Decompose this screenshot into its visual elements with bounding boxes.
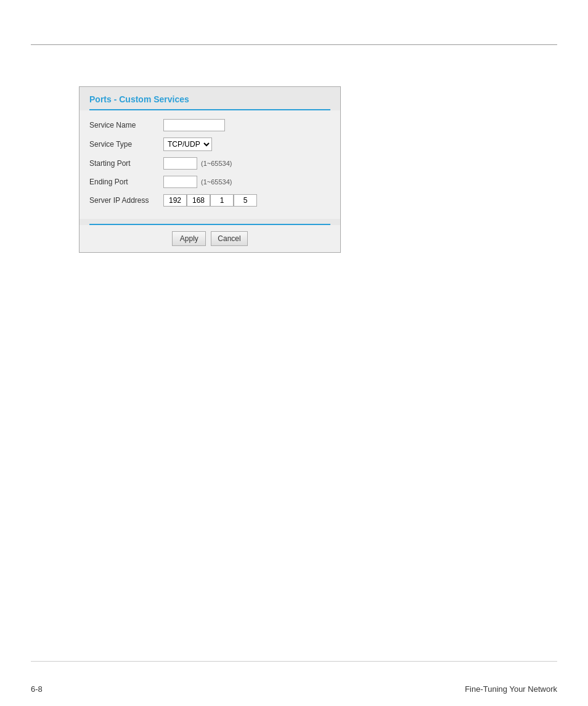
service-type-select[interactable]: TCP/UDP TCP UDP [163,138,212,151]
server-ip-row: Server IP Address [89,194,330,207]
ending-port-input[interactable] [163,176,197,188]
footer-right: Fine-Tuning Your Network [465,684,557,694]
starting-port-hint: (1~65534) [201,160,232,167]
dialog-container: Ports - Custom Services Service Name Ser… [79,86,341,253]
dialog-title: Ports - Custom Services [80,87,340,109]
dialog-footer: Apply Cancel [80,225,340,252]
service-type-row: Service Type TCP/UDP TCP UDP [89,138,330,151]
starting-port-label: Starting Port [89,159,163,168]
service-name-label: Service Name [89,121,163,129]
dialog-body: Service Name Service Type TCP/UDP TCP UD… [80,110,340,219]
server-ip-label: Server IP Address [89,196,163,205]
apply-button[interactable]: Apply [172,231,206,246]
server-ip-octet1[interactable] [163,194,187,207]
server-ip-octet2[interactable] [187,194,210,207]
starting-port-input[interactable] [163,157,197,170]
top-divider [31,44,557,45]
server-ip-octet4[interactable] [234,194,257,207]
cancel-button[interactable]: Cancel [211,231,247,246]
bottom-divider [31,661,557,662]
ending-port-hint: (1~65534) [201,178,232,186]
ending-port-label: Ending Port [89,178,163,186]
ending-port-row: Ending Port (1~65534) [89,176,330,188]
footer-left: 6-8 [31,684,43,694]
service-name-input[interactable] [163,119,225,131]
service-type-label: Service Type [89,140,163,149]
starting-port-row: Starting Port (1~65534) [89,157,330,170]
service-name-row: Service Name [89,119,330,131]
server-ip-octet3[interactable] [210,194,234,207]
